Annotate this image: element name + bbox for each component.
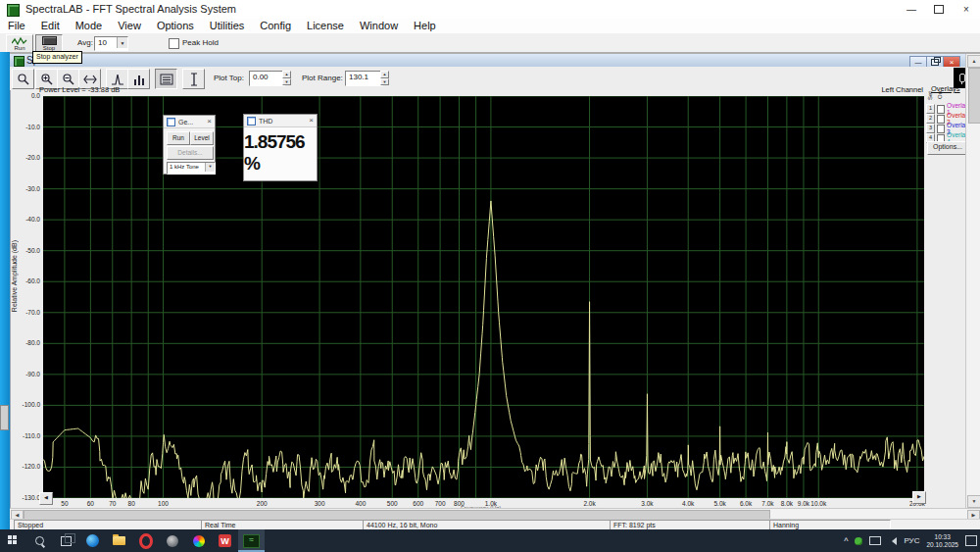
y-axis-tick: -100.0 — [8, 401, 40, 408]
tray-app-icon[interactable] — [855, 537, 862, 545]
taskbar-icon-edge[interactable] — [79, 529, 106, 552]
network-icon[interactable] — [869, 536, 881, 545]
menu-edit[interactable]: Edit — [33, 19, 68, 33]
x-axis-tick: 9.0k — [798, 500, 809, 507]
taskbar-icon-start[interactable] — [0, 529, 26, 552]
stop-icon — [42, 36, 57, 45]
cursor-button[interactable] — [182, 69, 205, 89]
run-waveform-icon — [12, 37, 27, 45]
maximize-icon — [934, 5, 944, 14]
vertical-scroll-thumb[interactable] — [968, 68, 980, 124]
search-icon — [35, 536, 44, 545]
overlay-1-set-button[interactable]: 1 — [926, 104, 935, 114]
x-axis-tick: 50 — [61, 500, 68, 507]
spectrum-window-icon — [14, 56, 24, 67]
generator-run-button[interactable]: Run — [167, 131, 190, 145]
generator-close-icon[interactable]: × — [207, 118, 212, 125]
menu-window[interactable]: Window — [352, 19, 406, 33]
overlays-options-button[interactable]: Options... — [927, 141, 968, 155]
app-icon — [7, 4, 20, 17]
speaker-icon[interactable] — [888, 537, 897, 545]
vertical-scrollbar[interactable]: ▲ ▼ — [965, 54, 980, 508]
overlay-1-checkbox[interactable] — [937, 105, 945, 114]
menu-utilities[interactable]: Utilities — [202, 19, 252, 33]
screen: SpectraLAB - FFT Spectral Analysis Syste… — [0, 0, 980, 552]
x-axis-tick: 700 — [435, 500, 446, 507]
generator-title: Ge... — [178, 119, 204, 125]
close-button[interactable]: × — [953, 0, 980, 19]
app-gray-icon — [167, 535, 178, 547]
x-axis-tick: 8.0k — [781, 500, 793, 507]
avg-combobox[interactable]: 10 ▼ — [94, 36, 128, 51]
menu-options[interactable]: Options — [149, 19, 202, 33]
file-explorer-icon — [113, 536, 125, 545]
generator-signal-combobox[interactable]: 1 kHz Tone ▼ — [167, 162, 216, 175]
pan-left-button[interactable]: ◀ — [39, 492, 53, 505]
x-axis-tick: 600 — [413, 500, 423, 507]
taskbar-icon-color-wheel[interactable] — [185, 529, 212, 552]
overlay-2-set-button[interactable]: 2 — [926, 114, 935, 124]
clock-date: 20.10.2025 — [926, 541, 958, 549]
overlay-2-checkbox[interactable] — [937, 115, 945, 124]
pan-right-button[interactable]: ▶ — [912, 491, 926, 504]
plot-top-field[interactable]: 0.00 — [249, 71, 285, 86]
taskbar-icon-search[interactable] — [26, 529, 53, 552]
spin-up-icon[interactable]: ▲ — [380, 71, 389, 78]
plot-range-field[interactable]: 130.1 — [345, 71, 383, 86]
minimize-button[interactable]: — — [898, 0, 925, 19]
x-axis-tick: 6.0k — [740, 500, 752, 507]
menu-mode[interactable]: Mode — [68, 19, 111, 33]
menu-file[interactable]: File — [0, 19, 33, 33]
spectrum-title-bar[interactable] — [10, 54, 965, 68]
generator-window-icon — [167, 118, 175, 126]
overlays-on-column-label: On — [937, 91, 943, 99]
generator-title-bar[interactable]: Ge... × — [164, 116, 215, 128]
avg-dropdown-arrow-icon[interactable]: ▼ — [117, 37, 127, 48]
avg-label: Avg: — [77, 38, 93, 47]
spin-down-icon[interactable]: ▼ — [282, 78, 291, 86]
taskbar-icon-task-view[interactable] — [53, 529, 79, 552]
plot-top-spinner[interactable]: ▲▼ — [282, 71, 291, 85]
thd-title-bar[interactable]: THD × — [244, 115, 317, 127]
taskbar-icon-opera[interactable] — [132, 529, 159, 552]
tray-chevron-icon[interactable]: ^ — [844, 536, 848, 546]
menu-help[interactable]: Help — [406, 19, 444, 33]
taskbar-icon-w-app[interactable]: W — [212, 529, 238, 552]
generator-details-button[interactable]: Details... — [167, 146, 214, 160]
run-button[interactable]: Run — [6, 34, 33, 53]
taskbar-icon-app-gray[interactable] — [159, 529, 185, 552]
menu-view[interactable]: View — [110, 19, 149, 33]
generator-dropdown-arrow-icon[interactable]: ▼ — [205, 163, 215, 172]
peak-hold-checkbox[interactable] — [169, 38, 179, 49]
spectralab-icon: ≈ — [243, 534, 260, 548]
spectrum-trace — [43, 201, 924, 498]
language-indicator[interactable]: РУС — [904, 536, 919, 545]
y-axis-tick: -120.0 — [8, 463, 40, 470]
thd-window-icon — [247, 117, 256, 125]
taskbar-icon-file-explorer[interactable] — [106, 529, 132, 552]
thd-window: THD × 1.85756 % — [243, 114, 318, 181]
overlays-set-column-label: Set — [927, 91, 933, 100]
menu-license[interactable]: License — [299, 19, 352, 33]
restore-icon — [931, 59, 939, 66]
plot-range-spinner[interactable]: ▲▼ — [380, 71, 389, 85]
clock[interactable]: 10:33 20.10.2025 — [926, 533, 958, 548]
taskbar-icon-spectralab[interactable]: ≈ — [238, 529, 265, 552]
zoom-button[interactable] — [12, 69, 34, 89]
bar-plot-button[interactable] — [127, 69, 150, 89]
spin-up-icon[interactable]: ▲ — [282, 71, 291, 78]
action-center-icon[interactable] — [965, 535, 977, 546]
y-axis-tick: -80.0 — [8, 339, 40, 346]
details-view-button[interactable] — [155, 69, 177, 89]
maximize-button[interactable] — [925, 0, 953, 19]
plot-range-label: Plot Range: — [302, 74, 343, 82]
overlay-3-checkbox[interactable] — [937, 125, 945, 133]
scroll-up-icon[interactable]: ▲ — [967, 55, 980, 68]
scroll-down-icon[interactable]: ▼ — [967, 495, 980, 508]
docked-panel-handle[interactable] — [0, 405, 9, 430]
overlay-3-set-button[interactable]: 3 — [926, 124, 935, 133]
menu-config[interactable]: Config — [252, 19, 299, 33]
thd-close-icon[interactable]: × — [309, 117, 314, 125]
spin-down-icon[interactable]: ▼ — [380, 78, 389, 86]
generator-level-button[interactable]: Level — [190, 131, 214, 145]
